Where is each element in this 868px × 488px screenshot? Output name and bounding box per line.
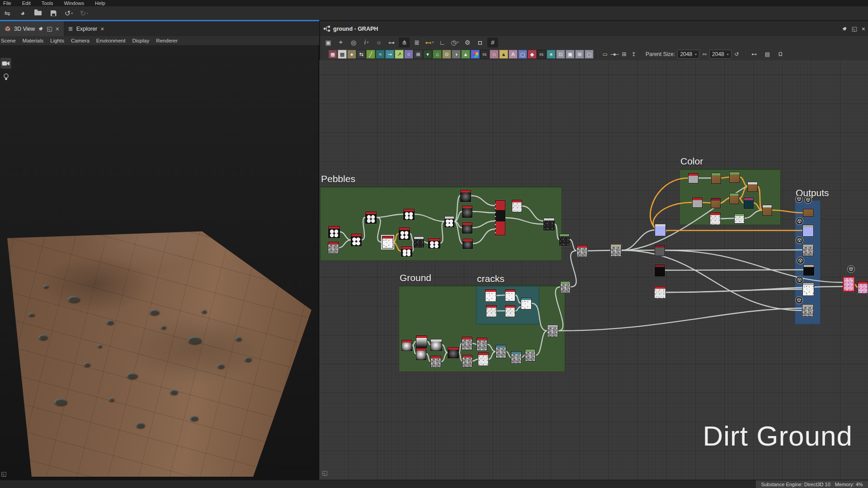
graph-node[interactable]: [401, 340, 412, 351]
parent-size-width-dropdown[interactable]: 2048▾: [677, 50, 699, 59]
viewport-menu-camera[interactable]: Camera: [71, 38, 90, 43]
spline-node-icon[interactable]: ∩: [490, 50, 499, 59]
connection-mode-icon[interactable]: ⊷▾: [424, 38, 435, 47]
graph-node[interactable]: [729, 172, 740, 183]
graph-node[interactable]: [505, 289, 515, 301]
graph-tab-title[interactable]: ground - GRAPH: [333, 26, 378, 32]
menu-edit[interactable]: Edit: [22, 0, 31, 6]
graph-node[interactable]: [401, 246, 412, 257]
node-align-icon[interactable]: ▤: [763, 50, 772, 59]
graph-node[interactable]: [382, 236, 393, 249]
link-view-icon[interactable]: ⊶: [386, 38, 397, 47]
layers-icon[interactable]: ≣: [411, 38, 422, 47]
switch-node-icon[interactable]: 01: [537, 50, 546, 59]
svg-node-icon[interactable]: ▩: [338, 50, 347, 59]
blur-node-icon[interactable]: ≈: [376, 50, 385, 59]
graph-node[interactable]: [521, 297, 532, 310]
graph-node[interactable]: [543, 218, 555, 230]
graph-node[interactable]: [560, 281, 571, 293]
viewport-menu-lights[interactable]: Lights: [50, 38, 64, 43]
open-icon[interactable]: [33, 8, 43, 19]
bitmap-node-icon[interactable]: ▦: [328, 50, 337, 59]
tab-explorer[interactable]: ≣ Explorer ×: [64, 21, 109, 36]
graph-node[interactable]: [462, 222, 472, 234]
graph-node[interactable]: [802, 225, 814, 237]
reset-size-icon[interactable]: ↺: [732, 50, 741, 59]
viewport-menu-display[interactable]: Display: [132, 38, 149, 43]
grid-snap-icon[interactable]: #: [487, 38, 498, 47]
graph-node[interactable]: [462, 337, 472, 350]
parent-size-height-dropdown[interactable]: 2048▾: [709, 50, 731, 59]
shape-node-icon[interactable]: ○: [404, 50, 413, 59]
close-icon[interactable]: ×: [862, 25, 865, 33]
graph-node[interactable]: [692, 197, 703, 208]
graph-node[interactable]: [744, 197, 754, 209]
3d-viewport[interactable]: ◱: [0, 45, 318, 480]
curve-node-icon[interactable]: ╱: [366, 50, 375, 59]
frame-node-icon[interactable]: ⊞: [619, 50, 628, 59]
redo-icon[interactable]: ↻▾: [79, 8, 90, 19]
menu-tools[interactable]: Tools: [42, 0, 53, 6]
graph-node[interactable]: [512, 200, 522, 212]
graph-node[interactable]: [655, 264, 665, 277]
graph-node[interactable]: [858, 281, 868, 294]
graph-node[interactable]: [365, 211, 377, 224]
graph-node[interactable]: [843, 277, 854, 291]
graph-node[interactable]: [711, 173, 721, 184]
elbow-links-icon[interactable]: ∟: [437, 38, 448, 47]
link-sizes-icon[interactable]: ∾: [700, 50, 709, 59]
graph-node[interactable]: [486, 305, 497, 317]
graph-node[interactable]: [328, 242, 339, 254]
undo-icon[interactable]: ↺▾: [63, 8, 74, 19]
gradient-map-icon[interactable]: ▾: [423, 50, 432, 59]
graph-node[interactable]: [734, 213, 745, 224]
flood-fill-icon[interactable]: ◆: [528, 50, 537, 59]
lightbulb-icon[interactable]: [0, 71, 11, 82]
menu-file[interactable]: File: [3, 0, 11, 6]
graph-node[interactable]: [462, 355, 472, 367]
graph-node[interactable]: [803, 264, 814, 276]
new-package-icon[interactable]: ◕: [17, 8, 28, 19]
viewport-corner-icon[interactable]: ◱: [1, 470, 6, 477]
value-processor-icon[interactable]: ▣: [566, 50, 575, 59]
graph-node[interactable]: [428, 238, 440, 249]
sync-session-icon[interactable]: ⇋: [2, 8, 13, 19]
graph-node[interactable]: [803, 209, 814, 217]
tab-3d-view[interactable]: 3D View ◱ ×: [0, 21, 64, 36]
pixel-processor-icon[interactable]: ⊡: [556, 50, 565, 59]
graph-node[interactable]: [525, 349, 536, 361]
graph-node[interactable]: [448, 347, 459, 358]
graph-node[interactable]: [547, 324, 558, 337]
symmetry-node-icon[interactable]: ▲: [499, 50, 508, 59]
transform-node-icon[interactable]: ▢: [518, 50, 527, 59]
ao-node-icon[interactable]: ◑: [452, 50, 461, 59]
graph-node[interactable]: [460, 190, 471, 202]
close-icon[interactable]: ×: [100, 25, 104, 33]
warp-node-icon[interactable]: ⇝: [385, 50, 394, 59]
pin-icon[interactable]: [38, 26, 43, 32]
search-icon[interactable]: ○: [373, 38, 384, 47]
close-icon[interactable]: ×: [56, 25, 59, 33]
graph-node[interactable]: [710, 212, 721, 225]
snapshot-icon[interactable]: ◎: [348, 38, 359, 47]
graph-corner-icon[interactable]: ◱: [322, 469, 327, 476]
fxmap-node-icon[interactable]: ∗: [547, 50, 556, 59]
camera-icon[interactable]: [0, 58, 11, 69]
connect-outputs-icon[interactable]: ⊷: [750, 50, 759, 59]
graph-node[interactable]: [444, 216, 454, 227]
curve-processor-icon[interactable]: ⊞: [575, 50, 584, 59]
graph-node[interactable]: [414, 236, 424, 248]
gradient-dynamic-icon[interactable]: 01: [480, 50, 489, 59]
menu-windows[interactable]: Windows: [64, 0, 84, 6]
compute-time-icon[interactable]: ◷▾: [449, 38, 460, 47]
height-node-icon[interactable]: ▲: [461, 50, 470, 59]
channel-shuffle-icon[interactable]: ⇆: [357, 50, 366, 59]
graph-node[interactable]: [478, 352, 489, 366]
float-window-icon[interactable]: ◱: [47, 25, 52, 32]
menu-help[interactable]: Help: [95, 0, 105, 6]
graph-node[interactable]: [485, 289, 496, 302]
pin-icon[interactable]: [842, 26, 847, 32]
graph-node[interactable]: [802, 282, 814, 296]
graph-node[interactable]: [416, 335, 427, 348]
empty-node-icon[interactable]: ▢: [585, 50, 594, 59]
